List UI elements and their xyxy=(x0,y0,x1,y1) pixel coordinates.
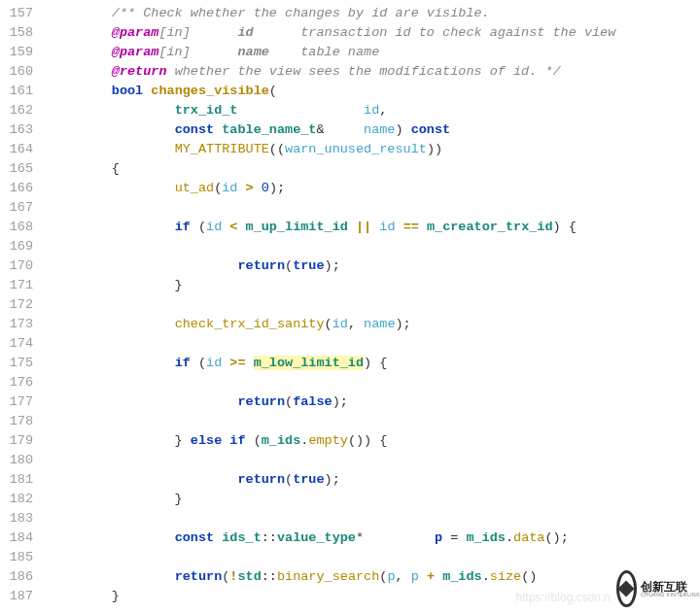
code-line[interactable] xyxy=(49,334,700,354)
logo-text-en: CHUANG XINTERLINK xyxy=(641,593,700,597)
code-line[interactable] xyxy=(49,295,700,315)
code-editor: 1571581591601611621631641651661671681691… xyxy=(0,0,700,614)
watermark-url: https://blog.csdn.n xyxy=(516,591,611,604)
code-line[interactable]: @return whether the view sees the modifi… xyxy=(49,62,700,82)
line-number: 159 xyxy=(0,43,41,62)
code-line[interactable]: return(true); xyxy=(49,470,700,490)
code-line[interactable]: if (id >= m_low_limit_id) { xyxy=(49,354,700,373)
code-line[interactable] xyxy=(49,237,700,256)
line-number: 164 xyxy=(0,140,41,159)
code-line[interactable]: @param[in] id transaction id to check ag… xyxy=(49,23,700,43)
line-number: 160 xyxy=(0,62,41,82)
logo-text-cn: 创新互联 xyxy=(641,581,700,593)
code-line[interactable]: @param[in] name table name xyxy=(49,43,700,62)
code-line[interactable]: } xyxy=(49,490,700,509)
code-line[interactable]: } xyxy=(49,276,700,295)
line-number: 186 xyxy=(0,567,41,587)
code-line[interactable] xyxy=(49,373,700,392)
code-line[interactable]: trx_id_t id, xyxy=(49,101,700,120)
line-number: 167 xyxy=(0,198,41,218)
code-line[interactable]: { xyxy=(49,159,700,179)
code-line[interactable]: MY_ATTRIBUTE((warn_unused_result)) xyxy=(49,140,700,159)
line-number: 158 xyxy=(0,23,41,43)
line-number: 182 xyxy=(0,490,41,509)
code-line[interactable]: const ids_t::value_type* p = m_ids.data(… xyxy=(49,529,700,548)
line-number: 157 xyxy=(0,4,41,23)
line-number: 187 xyxy=(0,587,41,606)
line-number: 180 xyxy=(0,451,41,470)
line-number: 183 xyxy=(0,509,41,529)
line-number: 166 xyxy=(0,179,41,198)
code-line[interactable]: return(true); xyxy=(49,256,700,276)
code-line[interactable]: return(false); xyxy=(49,392,700,412)
code-line[interactable] xyxy=(49,198,700,218)
line-number: 165 xyxy=(0,159,41,179)
line-number: 161 xyxy=(0,82,41,101)
line-number: 168 xyxy=(0,218,41,237)
line-number: 162 xyxy=(0,101,41,120)
code-area[interactable]: /** Check whether the changes by id are … xyxy=(41,0,700,614)
code-line[interactable]: if (id < m_up_limit_id || id == m_creato… xyxy=(49,218,700,237)
code-line[interactable] xyxy=(49,451,700,470)
line-number: 179 xyxy=(0,431,41,451)
line-number: 170 xyxy=(0,256,41,276)
line-number: 181 xyxy=(0,470,41,490)
code-line[interactable]: bool changes_visible( xyxy=(49,82,700,101)
line-number: 175 xyxy=(0,354,41,373)
code-line[interactable] xyxy=(49,548,700,567)
code-line[interactable] xyxy=(49,412,700,431)
line-number: 169 xyxy=(0,237,41,256)
code-line[interactable]: const table_name_t& name) const xyxy=(49,120,700,140)
line-number: 174 xyxy=(0,334,41,354)
watermark-logo: 创新互联 CHUANG XINTERLINK xyxy=(612,563,700,614)
line-number: 172 xyxy=(0,295,41,315)
line-number: 185 xyxy=(0,548,41,567)
line-number: 163 xyxy=(0,120,41,140)
line-number: 178 xyxy=(0,412,41,431)
code-line[interactable]: check_trx_id_sanity(id, name); xyxy=(49,315,700,334)
code-line[interactable]: /** Check whether the changes by id are … xyxy=(49,4,700,23)
line-number: 173 xyxy=(0,315,41,334)
code-line[interactable]: } else if (m_ids.empty()) { xyxy=(49,431,700,451)
line-number-gutter: 1571581591601611621631641651661671681691… xyxy=(0,0,41,614)
code-line[interactable]: return(!std::binary_search(p, p + m_ids.… xyxy=(49,567,700,587)
code-line[interactable]: ut_ad(id > 0); xyxy=(49,179,700,198)
line-number: 176 xyxy=(0,373,41,392)
line-number: 184 xyxy=(0,529,41,548)
line-number: 177 xyxy=(0,392,41,412)
logo-icon xyxy=(616,570,637,607)
code-line[interactable] xyxy=(49,509,700,529)
line-number: 171 xyxy=(0,276,41,295)
